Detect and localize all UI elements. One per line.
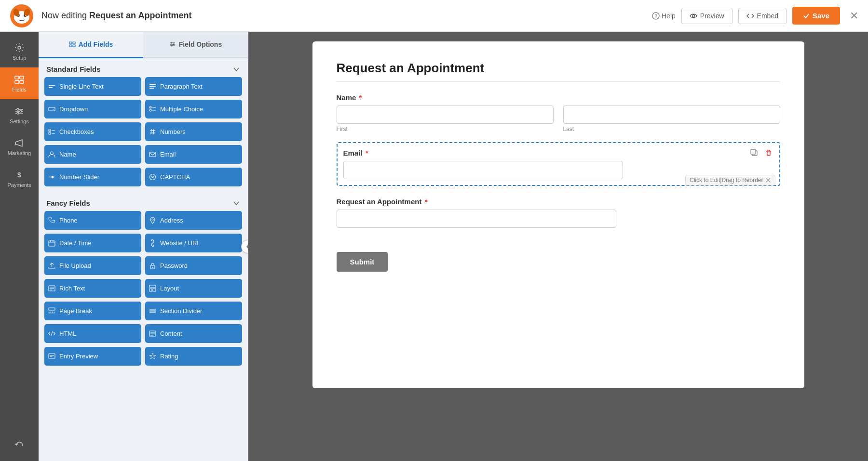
svg-rect-34: [49, 87, 53, 88]
appointment-input[interactable]: [337, 210, 616, 228]
field-btn-password[interactable]: Password: [145, 256, 242, 275]
close-bar-icon[interactable]: [765, 177, 771, 183]
svg-rect-38: [49, 107, 55, 111]
tab-field-options[interactable]: Field Options: [143, 32, 248, 58]
email-required-marker: *: [366, 149, 368, 157]
svg-rect-24: [73, 42, 75, 44]
field-btn-name[interactable]: Name: [44, 145, 141, 164]
name-required-marker: *: [359, 93, 362, 102]
embed-icon: [746, 12, 754, 20]
email-field-actions: [748, 148, 774, 159]
fancy-chevron-down-icon: [232, 199, 240, 207]
field-btn-section-divider[interactable]: Section Divider: [145, 302, 242, 320]
svg-rect-83: [49, 354, 55, 358]
help-icon: ?: [652, 12, 660, 20]
field-btn-rating[interactable]: Rating: [145, 347, 242, 366]
svg-rect-25: [69, 45, 72, 47]
richtext-icon: [48, 285, 55, 292]
slider-icon: [48, 173, 55, 181]
sidebar-item-undo[interactable]: [0, 433, 39, 457]
svg-point-6: [19, 15, 20, 16]
field-btn-html[interactable]: HTML: [44, 324, 141, 343]
marketing-icon: [14, 138, 25, 148]
sidebar-item-fields[interactable]: Fields: [0, 67, 39, 99]
sidebar-item-setup[interactable]: Setup: [0, 36, 39, 67]
svg-point-52: [51, 152, 54, 155]
svg-point-40: [150, 107, 151, 108]
field-btn-content[interactable]: Content: [145, 324, 242, 343]
dropdown-icon: [48, 105, 55, 113]
first-name-sublabel: First: [337, 126, 554, 132]
field-btn-address[interactable]: Address: [145, 211, 242, 230]
tab-add-fields[interactable]: Add Fields: [39, 32, 143, 58]
field-btn-phone[interactable]: Phone: [44, 211, 141, 230]
sidebar-item-settings[interactable]: Settings: [0, 99, 39, 131]
email-delete-button[interactable]: [763, 148, 774, 159]
email-field-label: Email *: [343, 149, 773, 157]
preview-icon: [690, 12, 697, 20]
field-btn-date-time[interactable]: Date / Time: [44, 234, 141, 252]
help-button[interactable]: ? Help: [652, 12, 676, 20]
add-fields-tab-icon: [69, 41, 76, 48]
field-btn-single-line-text[interactable]: Single Line Text: [44, 77, 141, 96]
field-btn-rich-text[interactable]: Rich Text: [44, 279, 141, 298]
field-btn-multiple-choice[interactable]: Multiple Choice: [145, 100, 242, 119]
person-icon: [48, 151, 55, 158]
email-input[interactable]: [343, 161, 623, 179]
form-preview-area: Request an Appointment Name * First Last: [248, 32, 868, 461]
gear-icon: [14, 42, 25, 53]
svg-point-19: [17, 108, 19, 110]
svg-rect-12: [15, 76, 19, 79]
sidebar-item-payments[interactable]: $ Payments: [0, 163, 39, 195]
last-name-sublabel: Last: [563, 126, 780, 132]
pin-icon: [149, 217, 156, 224]
first-name-input[interactable]: [337, 105, 554, 124]
email-icon: [149, 151, 156, 158]
svg-point-11: [18, 46, 21, 49]
fields-icon: [14, 74, 25, 85]
save-button[interactable]: Save: [792, 7, 840, 25]
svg-point-42: [149, 109, 151, 111]
close-button[interactable]: ✕: [850, 10, 858, 22]
field-btn-dropdown[interactable]: Dropdown: [44, 100, 141, 119]
submit-button[interactable]: Submit: [337, 252, 388, 272]
embed-button[interactable]: Embed: [738, 8, 787, 24]
marketing-label: Marketing: [8, 150, 31, 156]
svg-rect-88: [751, 149, 756, 154]
fields-panel: Add Fields Field Options Standard Fields: [39, 32, 248, 461]
collapse-arrow-icon: [245, 244, 248, 250]
svg-point-30: [171, 42, 172, 44]
star-icon: [149, 353, 156, 360]
fancy-fields-header: Fancy Fields: [39, 192, 248, 211]
field-btn-layout[interactable]: Layout: [145, 279, 242, 298]
field-btn-captcha[interactable]: CAPTCHA: [145, 168, 242, 186]
payments-label: Payments: [8, 182, 31, 188]
standard-fields-grid: Single Line Text Paragraph Text Dropdown…: [39, 77, 248, 192]
svg-rect-53: [149, 152, 156, 157]
preview-button[interactable]: Preview: [681, 8, 732, 24]
last-name-input[interactable]: [563, 105, 780, 124]
form-field-email[interactable]: Email * Click to Edit | Drag to Reorder: [337, 142, 780, 186]
field-btn-page-break[interactable]: Page Break: [44, 302, 141, 320]
svg-rect-37: [149, 88, 154, 89]
svg-point-64: [152, 267, 153, 268]
field-btn-checkboxes[interactable]: Checkboxes: [44, 122, 141, 141]
appointment-required-marker: *: [425, 198, 428, 206]
topbar: Now editing Request an Appointment ? Hel…: [0, 0, 868, 32]
field-btn-entry-preview[interactable]: Entry Preview: [44, 347, 141, 366]
field-btn-file-upload[interactable]: File Upload: [44, 256, 141, 275]
link-icon: [149, 239, 156, 247]
standard-fields-header: Standard Fields: [39, 58, 248, 77]
layout-icon: [149, 285, 156, 292]
field-btn-website-url[interactable]: Website / URL: [145, 234, 242, 252]
svg-point-7: [26, 15, 27, 16]
sidebar-item-marketing[interactable]: Marketing: [0, 131, 39, 163]
field-btn-email[interactable]: Email: [145, 145, 242, 164]
email-copy-button[interactable]: [748, 148, 760, 159]
email-field-actions-bar: Click to Edit | Drag to Reorder: [685, 175, 775, 185]
field-btn-number-slider[interactable]: Number Slider: [44, 168, 141, 186]
svg-point-56: [150, 174, 156, 180]
field-btn-numbers[interactable]: Numbers: [145, 122, 242, 141]
svg-rect-69: [149, 285, 156, 288]
field-btn-paragraph-text[interactable]: Paragraph Text: [145, 77, 242, 96]
